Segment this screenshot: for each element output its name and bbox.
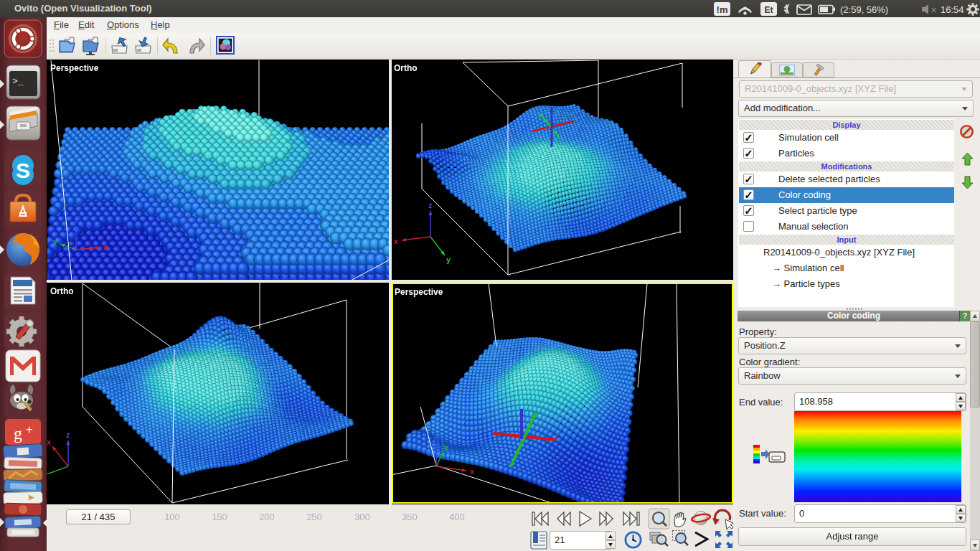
svg-text:+: + — [26, 423, 32, 435]
svg-text:Et: Et — [765, 5, 773, 15]
svg-text:>_: >_ — [12, 76, 24, 87]
svg-text:!m: !m — [717, 4, 728, 15]
svg-text:✕: ✕ — [930, 6, 937, 14]
svg-text:g: g — [14, 424, 22, 443]
svg-text:S: S — [16, 159, 30, 182]
svg-text:(2:59, 56%): (2:59, 56%) — [840, 4, 888, 15]
svg-text:16:54: 16:54 — [941, 4, 964, 15]
